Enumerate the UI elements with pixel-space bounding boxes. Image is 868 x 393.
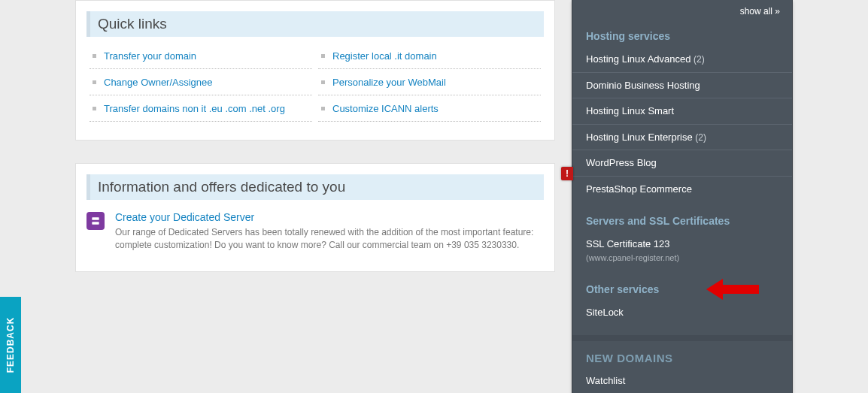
sidebar-item-sitelock[interactable]: SiteLock [572,300,792,325]
quick-link-item: Customize ICANN alerts [318,95,541,122]
offer-content: Create your Dedicated Server Our range o… [115,210,544,252]
servers-ssl-title: Servers and SSL Certificates [572,212,792,231]
quick-link-item: Transfer domains non it .eu .com .net .o… [90,95,312,122]
sidebar-item-hosting-smart[interactable]: Hosting Linux Smart [572,98,792,125]
sidebar-item-label: Hosting Linux Smart [586,105,674,116]
sidebar-item-hosting-advanced[interactable]: Hosting Linux Advanced (2) [572,47,792,73]
feedback-tab[interactable]: FEEDBACK [0,297,21,393]
ssl-subtext: (www.cpanel-register.net) [586,252,778,264]
change-owner-link[interactable]: Change Owner/Assignee [104,77,213,88]
quick-link-item: Change Owner/Assignee [90,69,312,95]
offers-card: Information and offers dedicated to you … [75,163,555,272]
sidebar-item-ssl-cert[interactable]: SSL Certificate 123 (www.cpanel-register… [572,231,792,269]
alert-glyph: ! [566,169,569,178]
sidebar-item-hosting-enterprise[interactable]: Hosting Linux Enterprise (2) [572,125,792,151]
transfer-domain-link[interactable]: Transfer your domain [104,50,196,62]
sidebar-item-dominio-business[interactable]: Dominio Business Hosting [572,73,792,99]
offers-heading: Information and offers dedicated to you [86,174,544,200]
svg-rect-0 [92,217,99,220]
transfer-domains-non-it-link[interactable]: Transfer domains non it .eu .com .net .o… [104,103,285,114]
sidebar-item-label: PrestaShop Ecommerce [586,183,692,195]
new-domains-title: NEW DOMAINS [572,341,792,369]
server-icon [86,212,105,230]
quick-links-body: Transfer your domain Change Owner/Assign… [76,37,554,140]
sidebar-item-label: Hosting Linux Enterprise [586,132,693,143]
sidebar-item-wordpress[interactable]: WordPress Blog [572,150,792,177]
quick-links-card: Quick links Transfer your domain Change … [75,0,555,141]
bullet-icon [93,107,96,110]
count-badge: (2) [693,54,705,65]
bullet-icon [321,107,325,110]
sidebar-item-label: SSL Certificate 123 [586,238,670,249]
quick-link-item: Register local .it domain [318,43,541,69]
new-domains-section: NEW DOMAINS Watchlist [572,335,792,393]
sidebar-item-label: Hosting Linux Advanced [586,53,690,65]
main-content: Quick links Transfer your domain Change … [75,0,555,295]
bullet-icon [321,80,325,84]
quick-links-col-left: Transfer your domain Change Owner/Assign… [86,43,315,122]
quick-link-item: Transfer your domain [90,43,312,69]
sidebar-item-label: WordPress Blog [586,157,657,168]
quick-links-col-right: Register local .it domain Personalize yo… [315,43,544,122]
personalize-webmail-link[interactable]: Personalize your WebMail [332,77,446,88]
bullet-icon [93,54,96,58]
bullet-icon [93,80,96,84]
customize-icann-link[interactable]: Customize ICANN alerts [332,103,439,114]
sidebar-item-prestashop[interactable]: PrestaShop Ecommerce [572,177,792,202]
sidebar-item-watchlist[interactable]: Watchlist [572,369,792,393]
sidebar-item-label: Dominio Business Hosting [586,80,700,91]
other-services-title: Other services [572,280,792,300]
create-dedicated-server-link[interactable]: Create your Dedicated Server [115,211,254,223]
show-all-link[interactable]: show all » [572,0,792,27]
quick-links-heading: Quick links [86,11,544,37]
offers-body: Create your Dedicated Server Our range o… [76,200,554,271]
hosting-services-title: Hosting services [572,27,792,47]
svg-rect-1 [92,222,99,225]
offer-description: Our range of Dedicated Servers has been … [115,226,544,252]
sidebar: show all » Hosting services Hosting Linu… [572,0,793,393]
register-it-domain-link[interactable]: Register local .it domain [332,50,437,62]
feedback-label: FEEDBACK [5,317,16,373]
sidebar-item-label: SiteLock [586,307,624,318]
quick-link-item: Personalize your WebMail [318,69,541,95]
count-badge: (2) [695,132,706,143]
bullet-icon [321,54,325,58]
alert-icon[interactable]: ! [561,167,573,180]
